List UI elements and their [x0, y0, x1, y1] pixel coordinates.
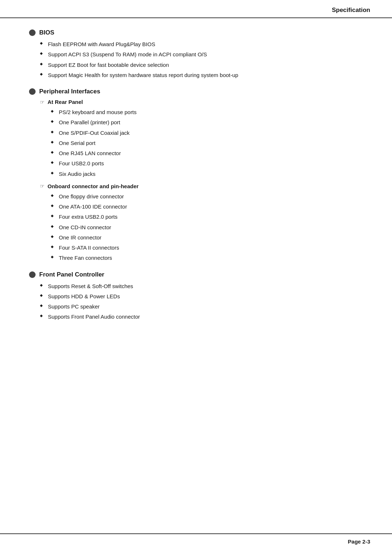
peripheral-circle-icon — [29, 88, 36, 95]
bios-title: BIOS — [39, 29, 54, 36]
list-item: Three Fan connectors — [51, 254, 363, 262]
list-item: Supports PC speaker — [40, 302, 363, 311]
list-item: One Parallel (printer) port — [51, 118, 363, 126]
bios-list: Flash EEPROM with Award Plug&Play BIOS S… — [29, 40, 363, 79]
onboard-list: One floppy drive connector One ATA-100 I… — [29, 192, 363, 262]
list-item: Support EZ Boot for fast bootable device… — [40, 61, 363, 69]
list-item: PS/2 keyboard and mouse ports — [51, 108, 363, 116]
list-item: One floppy drive connector — [51, 192, 363, 201]
list-item: One CD-IN connector — [51, 223, 363, 231]
section-peripheral-header: Peripheral Interfaces — [29, 88, 363, 95]
bios-circle-icon — [29, 29, 36, 36]
list-item: One Serial port — [51, 139, 363, 147]
main-content: BIOS Flash EEPROM with Award Plug&Play B… — [0, 18, 392, 352]
rear-panel-list: PS/2 keyboard and mouse ports One Parall… — [29, 108, 363, 178]
list-item: Supports HDD & Power LEDs — [40, 292, 363, 300]
subsection-onboard: ☞ Onboard connector and pin-header One f… — [29, 183, 363, 262]
section-bios-header: BIOS — [29, 29, 363, 36]
page-footer: Page 2-3 — [0, 533, 392, 549]
list-item: Four extra USB2.0 ports — [51, 213, 363, 221]
header-title: Specification — [332, 7, 370, 14]
list-item: Support Magic Health for system hardware… — [40, 71, 363, 79]
list-item: Four USB2.0 ports — [51, 159, 363, 167]
subsection-rear-panel: ☞ At Rear Panel PS/2 keyboard and mouse … — [29, 99, 363, 178]
onboard-header: ☞ Onboard connector and pin-header — [29, 183, 363, 189]
list-item: One IR connector — [51, 233, 363, 242]
section-peripheral: Peripheral Interfaces ☞ At Rear Panel PS… — [29, 88, 363, 262]
front-panel-title: Front Panel Controller — [39, 271, 104, 278]
peripheral-title: Peripheral Interfaces — [39, 88, 100, 95]
list-item: Six Audio jacks — [51, 170, 363, 178]
list-item: Supports Front Panel Audio connector — [40, 312, 363, 321]
phone-icon-rear: ☞ — [40, 99, 45, 105]
page-number: Page 2-3 — [348, 538, 370, 545]
list-item: Flash EEPROM with Award Plug&Play BIOS — [40, 40, 363, 48]
phone-icon-onboard: ☞ — [40, 183, 45, 189]
list-item: One ATA-100 IDE connector — [51, 202, 363, 211]
section-front-panel-header: Front Panel Controller — [29, 271, 363, 278]
onboard-title: Onboard connector and pin-header — [48, 183, 139, 189]
page-header: Specification — [0, 0, 392, 18]
list-item: Four S-ATA II connectors — [51, 243, 363, 252]
list-item: One S/PDIF-Out Coaxial jack — [51, 129, 363, 137]
front-panel-list: Supports Reset & Soft-Off switches Suppo… — [29, 282, 363, 321]
rear-panel-header: ☞ At Rear Panel — [29, 99, 363, 105]
list-item: Support ACPI S3 (Suspend To RAM) mode in… — [40, 50, 363, 58]
section-bios: BIOS Flash EEPROM with Award Plug&Play B… — [29, 29, 363, 79]
front-panel-circle-icon — [29, 271, 36, 278]
page-container: Specification BIOS Flash EEPROM with Awa… — [0, 0, 392, 549]
list-item: One RJ45 LAN connector — [51, 149, 363, 157]
section-front-panel: Front Panel Controller Supports Reset & … — [29, 271, 363, 321]
list-item: Supports Reset & Soft-Off switches — [40, 282, 363, 290]
rear-panel-title: At Rear Panel — [48, 99, 83, 105]
